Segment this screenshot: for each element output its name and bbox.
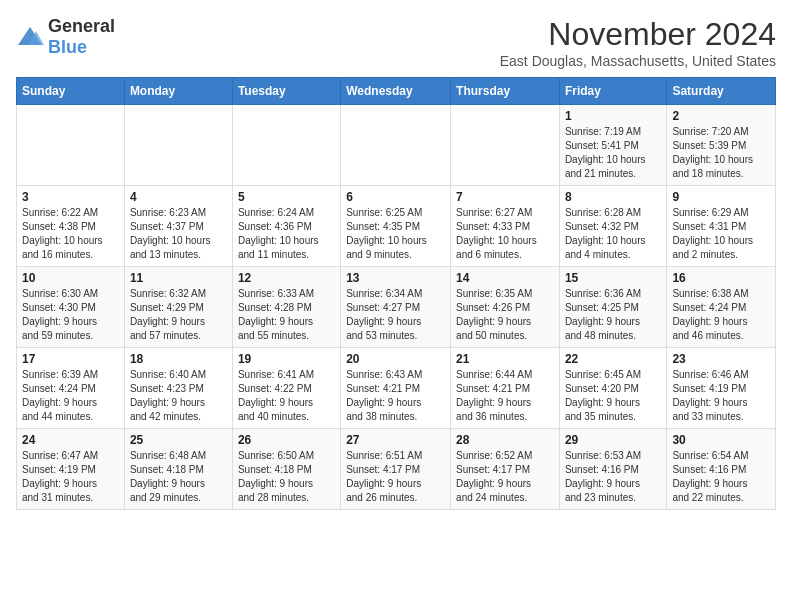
page-title: November 2024: [500, 16, 776, 53]
day-number: 22: [565, 352, 661, 366]
calendar-cell: [232, 105, 340, 186]
day-info: Sunrise: 6:23 AM Sunset: 4:37 PM Dayligh…: [130, 206, 227, 262]
calendar-cell: 13Sunrise: 6:34 AM Sunset: 4:27 PM Dayli…: [341, 267, 451, 348]
header-sunday: Sunday: [17, 78, 125, 105]
day-info: Sunrise: 6:41 AM Sunset: 4:22 PM Dayligh…: [238, 368, 335, 424]
calendar-cell: 17Sunrise: 6:39 AM Sunset: 4:24 PM Dayli…: [17, 348, 125, 429]
header-wednesday: Wednesday: [341, 78, 451, 105]
calendar-cell: 26Sunrise: 6:50 AM Sunset: 4:18 PM Dayli…: [232, 429, 340, 510]
day-info: Sunrise: 6:47 AM Sunset: 4:19 PM Dayligh…: [22, 449, 119, 505]
day-number: 27: [346, 433, 445, 447]
day-number: 3: [22, 190, 119, 204]
day-number: 8: [565, 190, 661, 204]
calendar-cell: 10Sunrise: 6:30 AM Sunset: 4:30 PM Dayli…: [17, 267, 125, 348]
header-row: SundayMondayTuesdayWednesdayThursdayFrid…: [17, 78, 776, 105]
calendar-cell: 7Sunrise: 6:27 AM Sunset: 4:33 PM Daylig…: [451, 186, 560, 267]
calendar-cell: 4Sunrise: 6:23 AM Sunset: 4:37 PM Daylig…: [124, 186, 232, 267]
day-number: 9: [672, 190, 770, 204]
day-info: Sunrise: 6:39 AM Sunset: 4:24 PM Dayligh…: [22, 368, 119, 424]
day-number: 24: [22, 433, 119, 447]
day-info: Sunrise: 6:52 AM Sunset: 4:17 PM Dayligh…: [456, 449, 554, 505]
day-info: Sunrise: 6:50 AM Sunset: 4:18 PM Dayligh…: [238, 449, 335, 505]
day-number: 4: [130, 190, 227, 204]
day-info: Sunrise: 6:35 AM Sunset: 4:26 PM Dayligh…: [456, 287, 554, 343]
calendar-cell: 24Sunrise: 6:47 AM Sunset: 4:19 PM Dayli…: [17, 429, 125, 510]
day-info: Sunrise: 6:48 AM Sunset: 4:18 PM Dayligh…: [130, 449, 227, 505]
day-info: Sunrise: 6:27 AM Sunset: 4:33 PM Dayligh…: [456, 206, 554, 262]
calendar-cell: 1Sunrise: 7:19 AM Sunset: 5:41 PM Daylig…: [559, 105, 666, 186]
day-info: Sunrise: 6:38 AM Sunset: 4:24 PM Dayligh…: [672, 287, 770, 343]
calendar-cell: 2Sunrise: 7:20 AM Sunset: 5:39 PM Daylig…: [667, 105, 776, 186]
day-info: Sunrise: 6:34 AM Sunset: 4:27 PM Dayligh…: [346, 287, 445, 343]
calendar-cell: 6Sunrise: 6:25 AM Sunset: 4:35 PM Daylig…: [341, 186, 451, 267]
calendar-cell: 15Sunrise: 6:36 AM Sunset: 4:25 PM Dayli…: [559, 267, 666, 348]
day-number: 28: [456, 433, 554, 447]
day-info: Sunrise: 6:32 AM Sunset: 4:29 PM Dayligh…: [130, 287, 227, 343]
day-number: 23: [672, 352, 770, 366]
day-info: Sunrise: 6:25 AM Sunset: 4:35 PM Dayligh…: [346, 206, 445, 262]
day-info: Sunrise: 6:54 AM Sunset: 4:16 PM Dayligh…: [672, 449, 770, 505]
day-number: 19: [238, 352, 335, 366]
calendar-cell: [451, 105, 560, 186]
day-number: 10: [22, 271, 119, 285]
day-info: Sunrise: 6:29 AM Sunset: 4:31 PM Dayligh…: [672, 206, 770, 262]
day-number: 14: [456, 271, 554, 285]
calendar-cell: 28Sunrise: 6:52 AM Sunset: 4:17 PM Dayli…: [451, 429, 560, 510]
day-info: Sunrise: 6:24 AM Sunset: 4:36 PM Dayligh…: [238, 206, 335, 262]
calendar-cell: 8Sunrise: 6:28 AM Sunset: 4:32 PM Daylig…: [559, 186, 666, 267]
week-row-0: 1Sunrise: 7:19 AM Sunset: 5:41 PM Daylig…: [17, 105, 776, 186]
calendar-body: 1Sunrise: 7:19 AM Sunset: 5:41 PM Daylig…: [17, 105, 776, 510]
day-number: 12: [238, 271, 335, 285]
calendar-cell: 5Sunrise: 6:24 AM Sunset: 4:36 PM Daylig…: [232, 186, 340, 267]
calendar-cell: 20Sunrise: 6:43 AM Sunset: 4:21 PM Dayli…: [341, 348, 451, 429]
calendar-cell: [17, 105, 125, 186]
day-number: 26: [238, 433, 335, 447]
day-number: 21: [456, 352, 554, 366]
header-tuesday: Tuesday: [232, 78, 340, 105]
calendar-cell: 16Sunrise: 6:38 AM Sunset: 4:24 PM Dayli…: [667, 267, 776, 348]
calendar-cell: 18Sunrise: 6:40 AM Sunset: 4:23 PM Dayli…: [124, 348, 232, 429]
day-info: Sunrise: 6:36 AM Sunset: 4:25 PM Dayligh…: [565, 287, 661, 343]
day-number: 20: [346, 352, 445, 366]
header-friday: Friday: [559, 78, 666, 105]
day-number: 5: [238, 190, 335, 204]
day-info: Sunrise: 7:19 AM Sunset: 5:41 PM Dayligh…: [565, 125, 661, 181]
day-info: Sunrise: 6:30 AM Sunset: 4:30 PM Dayligh…: [22, 287, 119, 343]
day-number: 30: [672, 433, 770, 447]
day-number: 7: [456, 190, 554, 204]
page-subtitle: East Douglas, Massachusetts, United Stat…: [500, 53, 776, 69]
day-info: Sunrise: 6:45 AM Sunset: 4:20 PM Dayligh…: [565, 368, 661, 424]
calendar-cell: 22Sunrise: 6:45 AM Sunset: 4:20 PM Dayli…: [559, 348, 666, 429]
day-number: 29: [565, 433, 661, 447]
calendar-cell: 29Sunrise: 6:53 AM Sunset: 4:16 PM Dayli…: [559, 429, 666, 510]
day-info: Sunrise: 6:51 AM Sunset: 4:17 PM Dayligh…: [346, 449, 445, 505]
week-row-2: 10Sunrise: 6:30 AM Sunset: 4:30 PM Dayli…: [17, 267, 776, 348]
day-info: Sunrise: 6:33 AM Sunset: 4:28 PM Dayligh…: [238, 287, 335, 343]
day-info: Sunrise: 6:40 AM Sunset: 4:23 PM Dayligh…: [130, 368, 227, 424]
calendar-cell: [341, 105, 451, 186]
calendar-header: SundayMondayTuesdayWednesdayThursdayFrid…: [17, 78, 776, 105]
header-saturday: Saturday: [667, 78, 776, 105]
day-number: 15: [565, 271, 661, 285]
title-section: November 2024 East Douglas, Massachusett…: [500, 16, 776, 69]
calendar-cell: 30Sunrise: 6:54 AM Sunset: 4:16 PM Dayli…: [667, 429, 776, 510]
calendar-cell: 3Sunrise: 6:22 AM Sunset: 4:38 PM Daylig…: [17, 186, 125, 267]
day-number: 13: [346, 271, 445, 285]
logo-icon: [16, 25, 44, 49]
day-info: Sunrise: 7:20 AM Sunset: 5:39 PM Dayligh…: [672, 125, 770, 181]
day-number: 18: [130, 352, 227, 366]
week-row-1: 3Sunrise: 6:22 AM Sunset: 4:38 PM Daylig…: [17, 186, 776, 267]
day-info: Sunrise: 6:43 AM Sunset: 4:21 PM Dayligh…: [346, 368, 445, 424]
header: General Blue November 2024 East Douglas,…: [16, 16, 776, 69]
day-info: Sunrise: 6:44 AM Sunset: 4:21 PM Dayligh…: [456, 368, 554, 424]
day-info: Sunrise: 6:22 AM Sunset: 4:38 PM Dayligh…: [22, 206, 119, 262]
day-number: 6: [346, 190, 445, 204]
logo-text: General Blue: [48, 16, 115, 58]
calendar-cell: 12Sunrise: 6:33 AM Sunset: 4:28 PM Dayli…: [232, 267, 340, 348]
calendar-cell: 14Sunrise: 6:35 AM Sunset: 4:26 PM Dayli…: [451, 267, 560, 348]
day-info: Sunrise: 6:46 AM Sunset: 4:19 PM Dayligh…: [672, 368, 770, 424]
day-info: Sunrise: 6:53 AM Sunset: 4:16 PM Dayligh…: [565, 449, 661, 505]
calendar-cell: 25Sunrise: 6:48 AM Sunset: 4:18 PM Dayli…: [124, 429, 232, 510]
day-number: 1: [565, 109, 661, 123]
header-monday: Monday: [124, 78, 232, 105]
